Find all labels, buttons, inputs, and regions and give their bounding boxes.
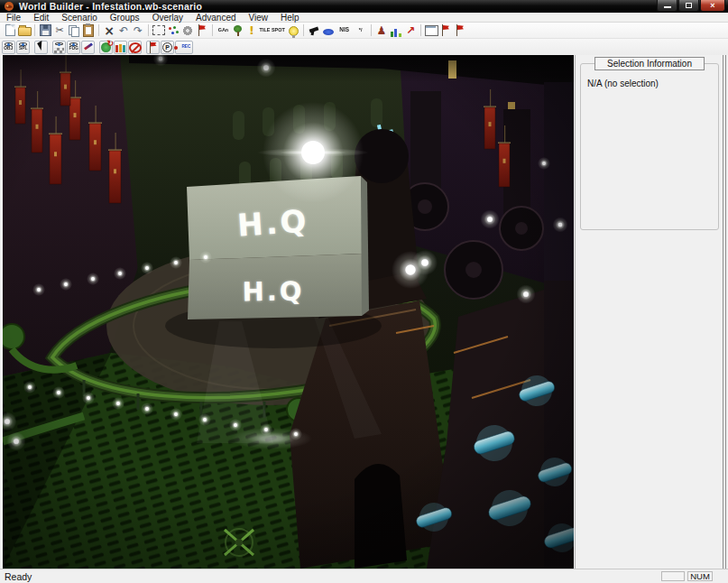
record-button[interactable]: REC [175, 41, 193, 54]
redo-button[interactable]: ↷ [131, 23, 145, 38]
toggle-objects-visibility[interactable]: OBJ [2, 41, 15, 54]
window-controls: × [657, 0, 725, 12]
water-icon [323, 29, 334, 35]
window-title: World Builder - Infestation.wb-scenario [19, 1, 202, 12]
nis-button[interactable]: NIS [336, 23, 354, 38]
toolbar-separator [420, 24, 421, 36]
weapon-button[interactable] [307, 23, 321, 38]
record-icon: REC [174, 44, 194, 51]
flag-button[interactable] [195, 23, 209, 38]
new-file-icon [5, 24, 15, 36]
panel-resize-splitter[interactable] [722, 55, 728, 569]
flag-icon [197, 24, 207, 36]
cursor-tool-button[interactable] [34, 41, 48, 54]
paint-tool-button[interactable] [81, 41, 95, 54]
flag-marker-button[interactable] [146, 41, 160, 54]
open-folder-icon [18, 27, 32, 36]
app-icon[interactable] [4, 1, 14, 12]
open-button[interactable] [17, 23, 32, 38]
pen-icon [83, 42, 94, 52]
status-pane-num: NUM [687, 571, 713, 581]
selection-information-title: Selection Information [594, 57, 705, 70]
toolbar-separator [303, 24, 304, 36]
menu-overlay[interactable]: Overlay [146, 13, 189, 23]
menu-help[interactable]: Help [274, 13, 306, 23]
menu-scenario[interactable]: Scenario [55, 13, 103, 23]
pause-button[interactable]: P [161, 41, 174, 54]
menu-groups[interactable]: Groups [104, 13, 146, 23]
marker-flag-1-button[interactable] [438, 23, 453, 38]
jump-arrow-icon: ↗ [406, 25, 415, 36]
menu-view[interactable]: View [243, 13, 275, 23]
tile-spot-button[interactable]: TILE SPOT [259, 23, 286, 38]
disable-button[interactable] [128, 41, 142, 54]
paste-button[interactable] [81, 23, 96, 38]
pawn-icon: ♟ [377, 25, 387, 36]
spl-label: SPL [19, 46, 27, 51]
lightbulb-button[interactable] [286, 23, 300, 38]
world-refresh-button[interactable] [99, 41, 113, 54]
jump-button[interactable]: ↗ [403, 23, 418, 38]
warning-icon: ! [249, 24, 254, 36]
close-button[interactable]: × [700, 0, 725, 12]
minimize-button[interactable] [657, 0, 677, 12]
status-message: Ready [5, 571, 32, 582]
undo-icon: ↶ [119, 25, 128, 36]
ga-button[interactable]: GAn [216, 23, 230, 38]
script-button[interactable]: */ [354, 23, 368, 38]
decorate-button[interactable] [166, 23, 180, 38]
undo-button[interactable]: ↶ [116, 23, 131, 38]
circled-p-icon: P [162, 42, 172, 52]
cut-button[interactable]: ✂ [52, 23, 67, 38]
tile-spot-icon: TILE SPOT [260, 27, 285, 32]
toolbar-separator [98, 24, 99, 36]
toolbar-separator [34, 24, 35, 36]
marker-button[interactable]: ♟ [374, 23, 389, 38]
toggle-splines-visibility[interactable]: SPL [16, 41, 30, 54]
tree-button[interactable] [230, 23, 244, 38]
marker-flag-2-button[interactable] [453, 23, 467, 38]
delete-button[interactable]: × [102, 23, 116, 38]
selection-text: N/A (no selection) [587, 79, 659, 88]
toolbar-separator [212, 24, 213, 36]
menu-edit[interactable]: Edit [27, 13, 55, 23]
menu-advanced[interactable]: Advanced [189, 13, 242, 23]
eye-icon [55, 42, 63, 46]
menu-file[interactable]: File [0, 13, 27, 23]
selection-information-groupbox: Selection Information N/A (no selection) [580, 63, 719, 230]
globe-icon [101, 42, 111, 52]
maximize-button[interactable] [678, 0, 699, 12]
obj-label: OBJ [5, 46, 14, 51]
decorate-icon [168, 25, 179, 36]
bar-chart-icon [390, 24, 402, 37]
stats-button[interactable] [389, 23, 403, 38]
toolbar-separator [371, 24, 372, 36]
splat-button[interactable] [180, 23, 195, 38]
marquee-select-button[interactable] [152, 23, 166, 38]
flag-icon [148, 42, 159, 53]
minimize-icon [664, 6, 671, 8]
save-button[interactable] [38, 23, 52, 38]
cursor-icon [37, 42, 46, 51]
toolbar-separator [148, 24, 149, 36]
warning-button[interactable]: ! [244, 23, 259, 38]
menu-bar: File Edit Scenario Groups Overlay Advanc… [0, 13, 728, 23]
water-button[interactable] [321, 23, 336, 38]
copy-button[interactable] [67, 23, 81, 38]
status-bar: Ready NUM [0, 569, 728, 583]
scene-top-shade [3, 55, 574, 82]
cut-icon: ✂ [55, 25, 63, 35]
viewport[interactable]: H.Q H.Q H.Q H.Q [3, 55, 574, 569]
figures-icon [115, 42, 126, 53]
marker-flag-icon [440, 24, 451, 36]
save-icon [40, 24, 51, 36]
scene-vignette [3, 55, 574, 569]
toggle-terrain-visibility[interactable] [52, 41, 66, 54]
entities-button[interactable] [114, 41, 127, 54]
selection-panel: Selection Information N/A (no selection) [575, 55, 722, 569]
dialog-button[interactable] [424, 23, 438, 38]
viewport-canvas[interactable]: H.Q H.Q H.Q H.Q [3, 55, 574, 569]
toggle-fog-visibility[interactable]: FOG [67, 41, 80, 54]
title-bar[interactable]: World Builder - Infestation.wb-scenario … [0, 0, 728, 13]
new-button[interactable] [3, 23, 17, 38]
